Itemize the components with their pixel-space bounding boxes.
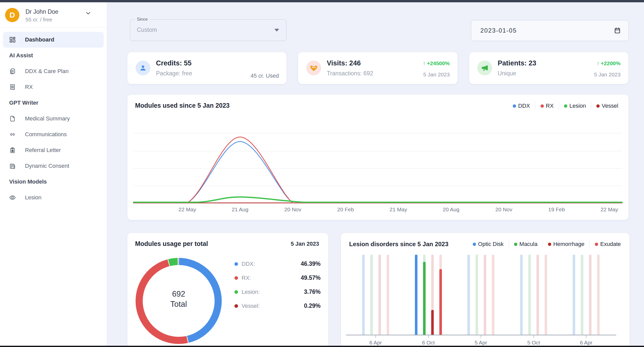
sidebar-item-label: RX (25, 84, 33, 90)
user-credits: 55 cr. / free (25, 17, 52, 23)
bar-track (378, 255, 381, 335)
modules-usage-card: Modules usage per total 5 Jan 2023 692 T… (127, 233, 328, 347)
sidebar-item-dynamic-consent[interactable]: Dynamic Consent (0, 158, 107, 174)
news-icon (9, 163, 16, 169)
svg-text:20 Aug: 20 Aug (443, 206, 459, 212)
legend-value: 46.39% (301, 260, 321, 267)
sidebar-section-ai-assist: AI Assist (0, 48, 107, 63)
legend-label: Lesion: (242, 289, 260, 295)
svg-text:22 May: 22 May (601, 206, 618, 212)
sidebar-item-label: DDX & Care Plan (25, 68, 69, 75)
legend-dot (234, 304, 238, 308)
legend-value: 0.29% (304, 302, 321, 309)
bar-track (476, 255, 478, 335)
sidebar: D Dr John Doe 55 cr. / free DashboardAI … (0, 2, 107, 347)
since-select-label: Since (135, 17, 150, 22)
stat-card-title: Patients: 23 (498, 59, 536, 67)
bar-track (597, 255, 600, 335)
app-root: D Dr John Doe 55 cr. / free DashboardAI … (0, 0, 644, 347)
link-icon (9, 131, 16, 138)
donut-slice-lesion (169, 261, 178, 263)
svg-text:21 Aug: 21 Aug (232, 206, 248, 212)
donut-total-value: 692 (153, 289, 204, 299)
sidebar-item-referral-letter[interactable]: Referral Letter (0, 142, 107, 158)
donut-center-text: 692 Total (153, 289, 204, 309)
megaphone-icon (477, 61, 492, 75)
line-chart: 22 May21 Aug20 Nov20 Feb21 May20 Aug20 N… (127, 95, 628, 220)
sidebar-item-label: Medical Summary (25, 115, 70, 122)
window-bottom-strip (0, 346, 644, 347)
bar-track (589, 255, 592, 335)
sidebar-section-gpt-writer: GPT Writer (0, 95, 107, 111)
sidebar-item-label: Dashboard (25, 36, 54, 43)
legend-value: 3.76% (304, 288, 321, 295)
calendar-icon[interactable] (614, 27, 621, 34)
legend-label: DDX: (242, 261, 255, 267)
bar-track (370, 255, 373, 335)
sidebar-section-vision-models: Vision Models (0, 174, 107, 190)
svg-text:19 Feb: 19 Feb (548, 206, 565, 212)
sidebar-item-label: Communications (25, 131, 67, 138)
donut-legend-row-vessel[interactable]: Vessel:0.29% (234, 299, 321, 313)
since-select-value: Custom (137, 26, 157, 33)
svg-text:6 Apr: 6 Apr (369, 340, 382, 345)
svg-text:20 Nov: 20 Nov (284, 206, 301, 212)
modules-used-chart-card: Modules used since 5 Jan 2023 DDXRXLesio… (127, 95, 628, 220)
stat-card-change: ↑ +24500% (423, 60, 450, 66)
bar-exudate (439, 269, 442, 335)
bar-track (484, 255, 486, 335)
user-name: Dr John Doe (25, 8, 58, 15)
since-select[interactable]: Since Custom (130, 19, 286, 41)
dashboard-icon (9, 36, 16, 43)
svg-text:5 Oct: 5 Oct (527, 340, 540, 345)
handshake-icon (306, 61, 321, 75)
bar-track (492, 255, 494, 335)
bar-track (387, 255, 389, 335)
svg-text:6 Apr: 6 Apr (580, 340, 592, 345)
sidebar-item-lesion[interactable]: Lesion (0, 190, 107, 205)
bar-track (467, 255, 470, 335)
donut-legend-row-rx[interactable]: RX:49.57% (234, 271, 321, 285)
stat-card-usage: 45 cr. Used (251, 73, 279, 79)
bar-hemorrhage (431, 310, 434, 335)
sidebar-item-label: Referral Letter (25, 147, 61, 154)
date-input[interactable]: 2023-01-05 (471, 20, 629, 41)
sidebar-item-medical-summary[interactable]: Medical Summary (0, 111, 107, 127)
window-top-strip (0, 0, 644, 2)
svg-text:21 May: 21 May (390, 206, 407, 212)
stat-card-subtitle: Unique (498, 70, 516, 77)
sidebar-item-label: Lesion (25, 194, 42, 201)
legend-value: 49.57% (301, 274, 321, 281)
sidebar-item-dashboard[interactable]: Dashboard (3, 32, 104, 48)
sidebar-item-label: Dynamic Consent (25, 163, 69, 169)
svg-text:6 Oct: 6 Oct (422, 340, 435, 345)
avatar-initial: D (9, 11, 15, 19)
sidebar-item-rx[interactable]: RX (0, 79, 107, 95)
donut-legend-row-ddx[interactable]: DDX:46.39% (234, 257, 321, 271)
sidebar-item-communications[interactable]: Communications (0, 127, 107, 142)
legend-label: Vessel: (242, 303, 260, 309)
bar-track (581, 255, 583, 335)
bar-optic-disk (415, 255, 417, 335)
bar-chart: 6 Apr6 Oct5 Apr5 Oct6 Apr (341, 233, 629, 347)
stat-card-subtitle: Transactions: 692 (327, 70, 373, 77)
document-plus-icon (9, 68, 16, 75)
person-icon (136, 61, 150, 75)
lesion-disorders-card: Lesion disorders since 5 Jan 2023 Optic … (341, 233, 629, 347)
sidebar-item-ddx-care-plan[interactable]: DDX & Care Plan (0, 63, 107, 79)
stat-card-date: 5 Jan 2023 (594, 72, 621, 78)
bar-track (520, 255, 523, 335)
chevron-down-icon[interactable] (85, 10, 91, 17)
legend-label: RX: (242, 275, 251, 281)
donut-total-label: Total (153, 299, 204, 309)
donut-legend: DDX:46.39%RX:49.57%Lesion:3.76%Vessel:0.… (234, 257, 321, 313)
donut-legend-row-lesion[interactable]: Lesion:3.76% (234, 285, 321, 299)
date-input-value: 2023-01-05 (480, 27, 517, 34)
user-menu[interactable]: D Dr John Doe 55 cr. / free (0, 2, 107, 28)
stat-cards-row: Credits: 55Package: free45 cr. UsedVisit… (127, 52, 628, 84)
bar-track (573, 255, 575, 335)
stat-card-change: ↑ +2200% (597, 60, 621, 66)
stat-card-date: 5 Jan 2023 (423, 72, 450, 78)
legend-dot (234, 262, 238, 266)
sidebar-nav: DashboardAI AssistDDX & Care PlanRXGPT W… (0, 28, 107, 205)
